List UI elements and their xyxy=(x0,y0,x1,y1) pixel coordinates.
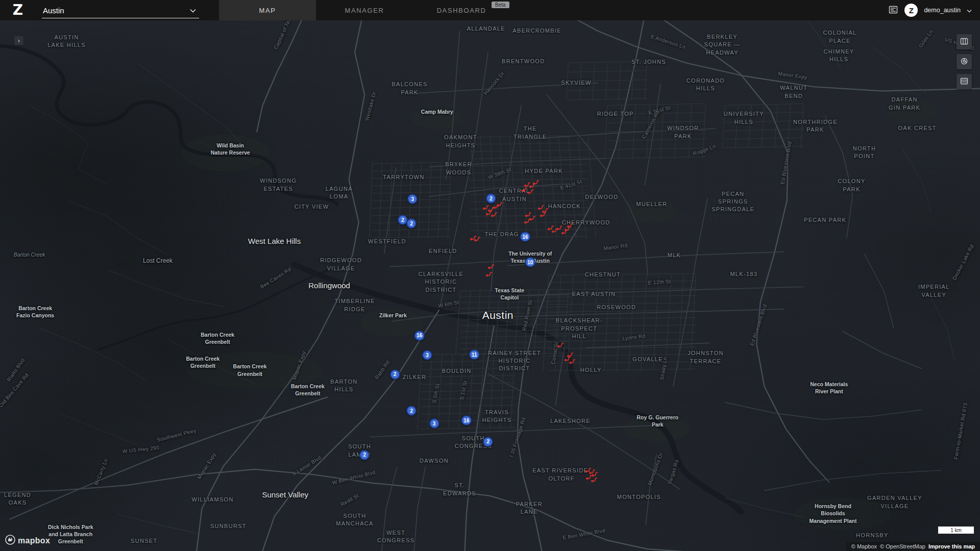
columns-icon xyxy=(960,37,969,47)
cluster-marker[interactable]: 11 xyxy=(469,349,480,360)
cluster-marker[interactable]: 3 xyxy=(429,418,439,429)
mapbox-logo-text: mapbox xyxy=(18,536,50,545)
sidebar-expand-button[interactable]: › xyxy=(14,36,23,45)
cluster-marker[interactable]: 16 xyxy=(414,331,425,341)
map-attribution: © Mapbox © OpenStreetMap Improve this ma… xyxy=(846,542,980,551)
city-selector[interactable]: Austin xyxy=(42,2,199,18)
cluster-marker[interactable]: 2 xyxy=(406,406,416,416)
donut-chart-icon xyxy=(960,57,969,67)
cluster-marker[interactable]: 3 xyxy=(407,194,418,204)
tab-map[interactable]: MAP xyxy=(219,0,316,20)
mapbox-logo[interactable]: mapbox xyxy=(5,535,50,547)
map-canvas[interactable]: AUSTIN LAKE HILLSALLANDALEABERCROMBIEBRE… xyxy=(0,20,980,551)
user-menu-label[interactable]: demo_austin xyxy=(924,7,961,14)
vehicle-marker[interactable] xyxy=(527,187,533,193)
vehicle-marker[interactable] xyxy=(557,341,564,347)
cluster-marker[interactable]: 2 xyxy=(406,218,416,229)
vehicle-marker[interactable] xyxy=(524,217,530,223)
vehicle-marker[interactable] xyxy=(591,475,597,482)
map-scale-bar: 1 km xyxy=(938,527,974,534)
vehicle-marker[interactable] xyxy=(491,210,497,216)
mapbox-logo-icon xyxy=(5,535,15,547)
cluster-marker[interactable]: 2 xyxy=(359,450,370,460)
top-nav: Z Austin MAP MANAGER DASHBOARD Beta Z de… xyxy=(0,0,980,20)
list-view-button[interactable] xyxy=(957,74,972,89)
vehicle-marker[interactable] xyxy=(540,210,546,216)
osm-attribution-link[interactable]: © OpenStreetMap xyxy=(880,543,925,549)
improve-map-link[interactable]: Improve this map xyxy=(928,543,975,549)
vehicle-marker[interactable] xyxy=(497,200,503,206)
chevron-down-icon xyxy=(190,6,196,15)
cluster-toggle-button[interactable] xyxy=(957,54,972,69)
vehicle-marker[interactable] xyxy=(533,178,539,184)
cluster-marker[interactable]: 2 xyxy=(483,437,493,447)
table-view-button[interactable] xyxy=(957,34,972,49)
vehicle-marker[interactable] xyxy=(569,357,575,363)
tab-manager[interactable]: MANAGER xyxy=(316,0,413,20)
mapbox-attribution-link[interactable]: © Mapbox xyxy=(851,543,877,549)
beta-badge: Beta xyxy=(492,2,509,8)
cluster-marker[interactable]: 16 xyxy=(461,415,472,425)
app-logo[interactable]: Z xyxy=(6,0,30,20)
cluster-marker[interactable]: 10 xyxy=(525,257,535,267)
vehicle-marker[interactable] xyxy=(521,185,527,191)
reports-button[interactable] xyxy=(888,5,898,16)
main-tabs: MAP MANAGER DASHBOARD xyxy=(219,0,510,20)
cluster-marker[interactable]: 2 xyxy=(390,369,400,380)
nav-right: Z demo_austin xyxy=(888,4,980,17)
cluster-marker[interactable]: 16 xyxy=(520,232,531,242)
rows-icon xyxy=(960,77,969,87)
user-menu-chevron-icon[interactable] xyxy=(967,6,972,15)
map-markers-layer: 32221610163112231622 xyxy=(0,20,980,551)
vehicle-marker[interactable] xyxy=(486,270,492,276)
vehicle-marker[interactable] xyxy=(488,262,494,268)
city-selector-value: Austin xyxy=(43,6,64,15)
user-avatar[interactable]: Z xyxy=(904,4,918,17)
vehicle-marker[interactable] xyxy=(474,235,480,241)
cluster-marker[interactable]: 3 xyxy=(422,350,432,360)
map-controls xyxy=(957,34,972,89)
vehicle-marker[interactable] xyxy=(567,221,573,227)
newspaper-icon xyxy=(888,5,898,16)
